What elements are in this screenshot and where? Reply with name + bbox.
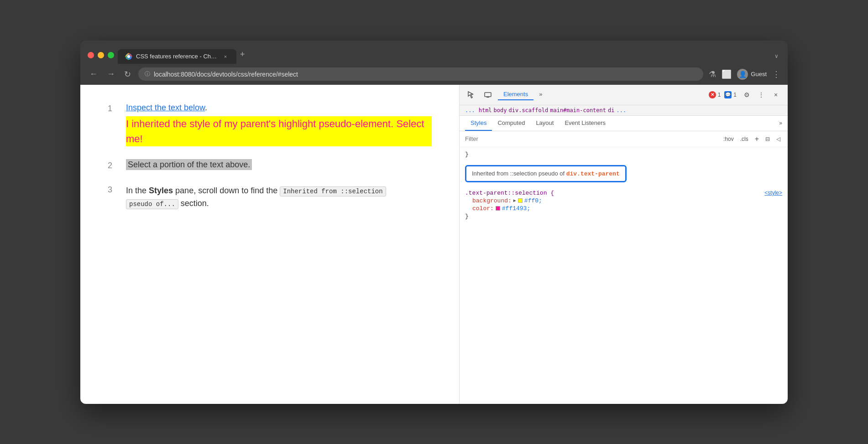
cls-button[interactable]: .cls	[738, 135, 750, 143]
tab-computed[interactable]: Computed	[492, 116, 530, 131]
expand-arrow[interactable]: ▶	[513, 198, 516, 203]
tab-elements[interactable]: Elements	[498, 89, 533, 100]
breadcrumb-di[interactable]: di	[608, 107, 614, 114]
prop-value-background: #ff0;	[524, 197, 542, 204]
devtools-badges: ✕ 1 💬 1	[709, 91, 737, 98]
closing-brace: }	[465, 213, 782, 220]
select-text: Select a portion of the text above.	[126, 159, 252, 170]
prop-name-background: background:	[472, 197, 512, 204]
more-menu-icon[interactable]: ⋮	[772, 69, 780, 79]
background-swatch[interactable]	[518, 198, 523, 203]
tab-styles[interactable]: Styles	[465, 116, 492, 131]
active-tab[interactable]: CSS features reference - Chrom ×	[118, 49, 236, 64]
item-2-content: Select a portion of the text above.	[126, 160, 432, 170]
css-property-background: background: ▶ #ff0;	[465, 197, 782, 204]
styles-bold: Styles	[149, 186, 173, 195]
item-3-content: In the Styles pane, scroll down to find …	[126, 184, 432, 211]
breadcrumb-end-ellipsis[interactable]: ...	[616, 107, 626, 114]
browser-window: CSS features reference - Chrom × + ∨ ← →…	[80, 41, 788, 404]
window-controls	[88, 52, 114, 64]
devtools-actions: ⚙ ⋮ ×	[740, 88, 782, 101]
close-devtools-button[interactable]: ×	[769, 88, 782, 101]
tab-menu-button[interactable]: ∨	[774, 53, 780, 64]
settings-button[interactable]: ⚙	[740, 88, 753, 101]
tab-event-listeners[interactable]: Event Listeners	[559, 116, 611, 131]
item-3-text: In the Styles pane, scroll down to find …	[126, 186, 386, 208]
user-avatar-icon: 👤	[739, 71, 747, 78]
split-icon[interactable]: ⬜	[722, 69, 732, 79]
error-count: ✕	[709, 91, 716, 98]
labs-icon[interactable]: ⚗	[709, 69, 716, 79]
address-input[interactable]: ⓘ localhost:8080/docs/devtools/css/refer…	[138, 67, 703, 81]
inherited-class: div.text-parent	[566, 170, 620, 177]
info-count-icon: 💬	[724, 91, 732, 98]
tab-title: CSS features reference - Chrom	[136, 53, 218, 60]
list-item: 2 Select a portion of the text above.	[108, 160, 432, 170]
refresh-button[interactable]: ↻	[122, 67, 133, 81]
inspect-icon	[467, 91, 476, 99]
back-button[interactable]: ←	[88, 67, 99, 81]
numbered-list: 1 Inspect the text below. I inherited th…	[108, 103, 432, 211]
prop-name-color: color:	[472, 205, 494, 212]
tab-more[interactable]: »	[533, 89, 548, 100]
css-selector: .text-parent::selection {	[465, 190, 554, 196]
css-source-link[interactable]: <style>	[764, 190, 782, 196]
main-area: 1 Inspect the text below. I inherited th…	[80, 85, 788, 404]
item-1-content: Inspect the text below. I inherited the …	[126, 103, 432, 146]
devtools-tabs: Elements »	[498, 89, 701, 100]
css-rule: .text-parent::selection { <style> backgr…	[465, 190, 782, 220]
device-icon	[484, 91, 492, 99]
styles-tabs-more[interactable]: »	[779, 120, 782, 126]
hov-button[interactable]: :hov	[722, 135, 736, 143]
tab-bar: CSS features reference - Chrom × + ∨	[118, 46, 780, 64]
breadcrumb-bar: ... html body div.scaffold main#main-con…	[460, 105, 788, 116]
list-item: 1 Inspect the text below. I inherited th…	[108, 103, 432, 146]
layout-button[interactable]: ⊟	[763, 135, 772, 143]
tab-close-icon[interactable]: ×	[222, 53, 229, 60]
breadcrumb-main[interactable]: main#main-content	[550, 107, 606, 114]
inherited-section-wrapper: Inherited from ::selection pseudo of div…	[465, 161, 782, 186]
code-inline-2: pseudo of...	[126, 199, 178, 209]
add-style-button[interactable]: +	[753, 134, 761, 144]
maximize-button[interactable]	[108, 52, 114, 58]
breadcrumb-html[interactable]: html	[479, 107, 492, 114]
page-content: 1 Inspect the text below. I inherited th…	[80, 85, 459, 404]
error-badge: ✕ 1	[709, 91, 721, 98]
inherited-label: Inherited from ::selection pseudo of	[472, 170, 566, 177]
url-text: localhost:8080/docs/devtools/css/referen…	[154, 71, 298, 78]
inspect-element-button[interactable]	[465, 88, 478, 101]
tab-layout[interactable]: Layout	[530, 116, 559, 131]
close-button[interactable]	[88, 52, 94, 58]
breadcrumb-ellipsis[interactable]: ...	[465, 107, 475, 114]
css-property-color: color: #ff1493;	[465, 205, 782, 212]
styles-tabs-bar: Styles Computed Layout Event Listeners »	[460, 116, 788, 131]
inspect-period: .	[205, 103, 207, 112]
css-rule-header: .text-parent::selection { <style>	[465, 190, 782, 196]
svg-point-1	[127, 55, 130, 58]
inspect-link[interactable]: Inspect the text below	[126, 103, 205, 112]
forward-button[interactable]: →	[105, 67, 117, 81]
filter-bar: :hov .cls + ⊟ ◁	[460, 131, 788, 147]
item-number-3: 3	[108, 185, 117, 195]
prop-value-color: #ff1493;	[502, 205, 530, 212]
highlight-text: I inherited the style of my parent's hig…	[126, 116, 432, 146]
code-inline-1: Inherited from ::selection	[280, 186, 386, 196]
error-count-text: 1	[718, 92, 721, 98]
list-item: 3 In the Styles pane, scroll down to fin…	[108, 184, 432, 211]
breadcrumb-div-scaffold[interactable]: div.scaffold	[509, 107, 549, 114]
new-tab-button[interactable]: +	[236, 46, 249, 64]
minimize-button[interactable]	[98, 52, 104, 58]
chrome-favicon	[125, 53, 132, 60]
color-swatch[interactable]	[496, 206, 500, 211]
breadcrumb-body[interactable]: body	[494, 107, 507, 114]
devtools-panel: Elements » ✕ 1 💬 1 ⚙ ⋮	[459, 85, 788, 404]
filter-input[interactable]	[465, 135, 718, 142]
arrow-button[interactable]: ◁	[774, 135, 782, 143]
title-bar: CSS features reference - Chrom × + ∨	[80, 41, 788, 64]
more-options-button[interactable]: ⋮	[755, 88, 768, 101]
device-toggle-button[interactable]	[481, 88, 494, 101]
inherited-section: Inherited from ::selection pseudo of div…	[465, 165, 627, 182]
user-button[interactable]: 👤 Guest	[737, 69, 767, 80]
item-number-2: 2	[108, 161, 117, 170]
svg-rect-3	[486, 97, 489, 98]
